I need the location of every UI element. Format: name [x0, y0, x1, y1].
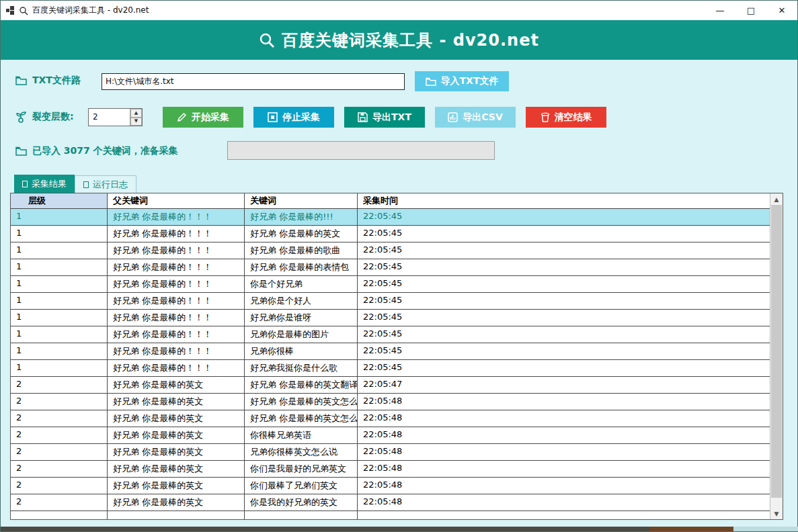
fission-depth-stepper[interactable]: 2 ▲ ▼	[88, 108, 143, 126]
table-cell: 好兄弟 你是最棒的英文	[108, 410, 245, 427]
stop-collect-button[interactable]: 停止采集	[253, 107, 334, 128]
table-row[interactable]: 2好兄弟 你是最棒的英文好兄弟 你是最棒的英文怎么...22:05:48	[11, 410, 770, 427]
table-row[interactable]: 2好兄弟 你是最棒的英文你们最棒了兄弟们英文22:05:48	[11, 478, 770, 494]
table-cell: 兄弟你很棒	[245, 343, 358, 359]
table-cell: 好兄弟 你是最棒的英文	[108, 478, 245, 494]
fission-depth-value: 2	[89, 109, 130, 126]
app-header: 百度关键词采集工具 - dv20.net	[1, 20, 797, 60]
table-cell: 1	[11, 293, 108, 309]
table-cell: 1	[11, 310, 108, 326]
tab-run-log[interactable]: 运行日志	[75, 175, 136, 193]
tab-square-icon	[83, 181, 89, 188]
scrollbar-thumb[interactable]	[771, 205, 782, 498]
column-header-parent-keyword[interactable]: 父关键词	[108, 193, 245, 208]
table-cell: 22:05:48	[358, 394, 770, 410]
column-header-level[interactable]: 层级	[11, 193, 108, 208]
table-cell: 22:05:45	[358, 276, 770, 292]
start-collect-label: 开始采集	[192, 112, 229, 124]
table-row[interactable]: 2好兄弟 你是最棒的英文好兄弟 你是最棒的英文翻译22:05:47	[11, 377, 770, 394]
table-cell: 兄弟你很棒英文怎么说	[245, 444, 358, 460]
import-txt-button[interactable]: 导入TXT文件	[415, 71, 509, 91]
results-table: 层级 父关键词 关键词 采集时间 1好兄弟 你是最棒的！！！好兄弟 你是最棒的!…	[10, 193, 783, 520]
table-row[interactable]: 1好兄弟 你是最棒的！！！好兄弟你是谁呀22:05:45	[11, 310, 770, 326]
column-header-keyword[interactable]: 关键词	[245, 193, 358, 208]
table-cell: 好兄弟 你是最棒的英文	[245, 226, 358, 242]
vertical-scrollbar[interactable]: ▲ ▼	[770, 193, 783, 519]
table-cell: 好兄弟 你是最棒的英文怎么...	[245, 394, 358, 410]
stepper-up-icon[interactable]: ▲	[130, 109, 142, 118]
table-row[interactable]: 1好兄弟 你是最棒的！！！好兄弟 你是最棒的英文22:05:45	[11, 226, 770, 242]
table-row[interactable]: 1好兄弟 你是最棒的！！！好兄弟 你是最棒的表情包22:05:45	[11, 259, 770, 276]
table-cell: 你是个好兄弟	[245, 276, 358, 292]
stepper-down-icon[interactable]: ▼	[130, 118, 142, 126]
table-cell: 1	[11, 242, 108, 259]
table-cell: 1	[11, 259, 108, 275]
tab-collect-results[interactable]: 采集结果	[14, 175, 75, 193]
maximize-button[interactable]: □	[735, 1, 766, 20]
export-txt-button[interactable]: 导出TXT	[344, 107, 425, 128]
taskbar-segment	[1, 527, 649, 531]
tab-run-log-label: 运行日志	[93, 179, 128, 191]
table-cell: 你是我的好兄弟的英文	[245, 494, 358, 511]
table-cell: 22:05:47	[358, 377, 770, 393]
table-cell: 好兄弟 你是最棒的！！！	[108, 293, 245, 309]
table-row[interactable]: 2好兄弟 你是最棒的英文你们是我最好的兄弟英文22:05:48	[11, 461, 770, 478]
table-cell	[11, 511, 108, 519]
table-cell: 1	[11, 326, 108, 343]
table-cell: 你们最棒了兄弟们英文	[245, 478, 358, 494]
table-row[interactable]: 1好兄弟 你是最棒的！！！兄弟你是个好人22:05:45	[11, 293, 770, 310]
progress-bar	[227, 141, 495, 160]
table-header-row: 层级 父关键词 关键词 采集时间	[11, 193, 770, 209]
table-cell: 好兄弟你是谁呀	[245, 310, 358, 326]
import-txt-label: 导入TXT文件	[441, 75, 499, 87]
table-cell: 1	[11, 209, 108, 225]
tab-square-icon	[22, 181, 28, 187]
table-cell: 好兄弟 你是最棒的！！！	[108, 360, 245, 376]
table-row[interactable]: 2好兄弟 你是最棒的英文你很棒兄弟英语22:05:48	[11, 427, 770, 444]
table-row[interactable]: 1好兄弟 你是最棒的！！！你是个好兄弟22:05:45	[11, 276, 770, 293]
table-cell: 好兄弟 你是最棒的！！！	[108, 326, 245, 343]
table-row[interactable]: 1好兄弟 你是最棒的！！！好兄弟 你是最棒的!!!22:05:45	[11, 209, 770, 226]
folder-icon	[15, 146, 27, 156]
table-cell: 好兄弟 你是最棒的英文怎么...	[245, 410, 358, 427]
table-row[interactable]: 1好兄弟 你是最棒的！！！好兄弟 你是最棒的歌曲22:05:45	[11, 242, 770, 259]
table-cell: 22:05:45	[358, 242, 770, 259]
sprout-icon	[15, 111, 27, 123]
tab-bar: 采集结果 运行日志	[14, 175, 136, 193]
table-row[interactable]: 1好兄弟 你是最棒的！！！兄弟你很棒22:05:45	[11, 343, 770, 360]
table-row[interactable]: 2好兄弟 你是最棒的英文兄弟你很棒英文怎么说22:05:48	[11, 444, 770, 461]
table-cell: 1	[11, 360, 108, 376]
table-row[interactable]: 1好兄弟 你是最棒的！！！好兄弟我挺你是什么歌22:05:45	[11, 360, 770, 377]
status-row: 已导入 3077 个关键词，准备采集	[15, 145, 178, 157]
scroll-down-icon[interactable]: ▼	[770, 508, 783, 519]
table-cell: 好兄弟 你是最棒的表情包	[245, 259, 358, 275]
table-cell	[245, 511, 358, 519]
table-row[interactable]: 2好兄弟 你是最棒的英文好兄弟 你是最棒的英文怎么...22:05:48	[11, 394, 770, 410]
app-icon	[6, 6, 15, 15]
table-cell: 22:05:45	[358, 360, 770, 376]
table-row[interactable]: 1好兄弟 你是最棒的！！！兄弟你是最棒的图片22:05:45	[11, 326, 770, 343]
table-cell: 好兄弟 你是最棒的英文	[108, 427, 245, 443]
table-cell: 2	[11, 478, 108, 494]
tab-collect-results-label: 采集结果	[32, 178, 67, 190]
file-path-input[interactable]	[102, 73, 405, 90]
table-row[interactable]: 2好兄弟 你是最棒的英文你是我的好兄弟的英文22:05:48	[11, 494, 770, 511]
table-cell: 22:05:45	[358, 293, 770, 309]
table-partial-row	[11, 511, 770, 519]
export-csv-button[interactable]: 导出CSV	[435, 107, 516, 128]
table-cell: 好兄弟 你是最棒的!!!	[245, 209, 358, 225]
table-cell: 兄弟你是最棒的图片	[245, 326, 358, 343]
column-header-collect-time[interactable]: 采集时间	[358, 193, 770, 208]
folder-icon	[426, 77, 436, 86]
clear-results-button[interactable]: 清空结果	[526, 107, 606, 128]
table-cell: 2	[11, 444, 108, 460]
table-cell: 好兄弟 你是最棒的英文翻译	[245, 377, 358, 393]
start-collect-button[interactable]: 开始采集	[163, 107, 243, 128]
minimize-button[interactable]: —	[705, 1, 735, 20]
taskbar-segment	[733, 527, 798, 531]
scroll-up-icon[interactable]: ▲	[770, 193, 783, 205]
search-icon	[259, 32, 275, 48]
close-button[interactable]: ✕	[766, 1, 797, 20]
fission-depth-label: 裂变层数:	[32, 111, 74, 123]
trash-icon	[541, 112, 550, 122]
